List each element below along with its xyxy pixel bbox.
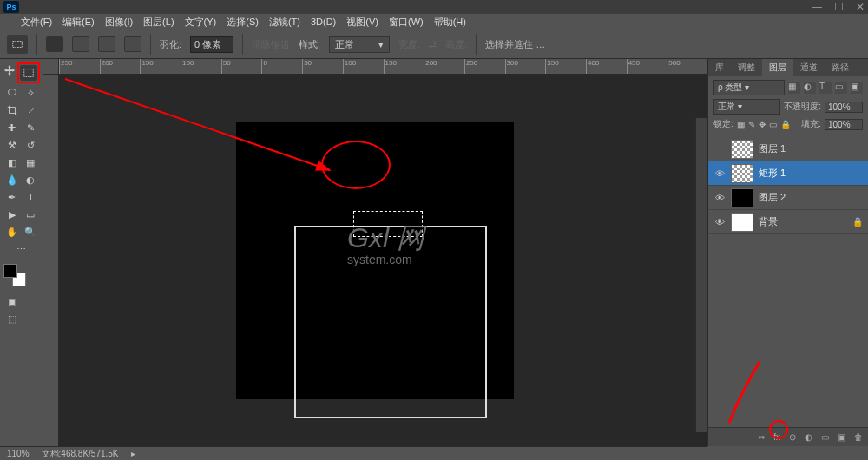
layer-name[interactable]: 背景 bbox=[759, 215, 778, 228]
lock-position-icon[interactable]: ✥ bbox=[759, 120, 766, 129]
adjustment-layer-icon[interactable]: ◐ bbox=[805, 432, 812, 442]
selection-intersect-icon[interactable] bbox=[124, 36, 141, 52]
layer-thumb[interactable] bbox=[731, 140, 753, 159]
blend-mode-select[interactable]: 正常 ▾ bbox=[713, 99, 780, 115]
eraser-tool[interactable]: ◧ bbox=[3, 154, 21, 170]
lasso-tool[interactable] bbox=[3, 85, 21, 101]
layer-row[interactable]: 图层 1 bbox=[708, 137, 868, 161]
filter-type-icon[interactable]: T bbox=[819, 82, 832, 94]
visibility-toggle[interactable]: 👁 bbox=[713, 168, 726, 180]
quickmask-tool[interactable]: ▣ bbox=[3, 293, 21, 309]
delete-layer-icon[interactable]: 🗑 bbox=[854, 432, 863, 442]
tab-library[interactable]: 库 bbox=[708, 59, 731, 76]
layer-name[interactable]: 矩形 1 bbox=[759, 167, 786, 180]
visibility-toggle[interactable]: 👁 bbox=[713, 216, 726, 228]
canvas-document[interactable] bbox=[236, 122, 514, 399]
path-select-tool[interactable]: ▶ bbox=[3, 207, 21, 222]
menu-filter[interactable]: 滤镜(T) bbox=[269, 16, 300, 29]
feather-input[interactable]: 0 像素 bbox=[190, 36, 233, 53]
layer-thumb[interactable] bbox=[731, 188, 753, 207]
hand-tool[interactable]: ✋ bbox=[3, 224, 21, 240]
menu-select[interactable]: 选择(S) bbox=[227, 16, 259, 29]
layer-fx-icon[interactable]: fx bbox=[773, 432, 780, 442]
move-tool[interactable] bbox=[3, 62, 16, 78]
minimize-button[interactable]: — bbox=[812, 1, 822, 13]
selection-subtract-icon[interactable] bbox=[98, 36, 115, 52]
filter-adjust-icon[interactable]: ◐ bbox=[804, 82, 816, 94]
zoom-tool[interactable]: 🔍 bbox=[23, 224, 40, 240]
healing-brush-tool[interactable]: ✚ bbox=[3, 120, 21, 135]
history-brush-tool[interactable]: ↺ bbox=[23, 137, 40, 153]
menu-type[interactable]: 文字(Y) bbox=[185, 16, 217, 29]
menu-3d[interactable]: 3D(D) bbox=[311, 16, 336, 27]
tab-channels[interactable]: 通道 bbox=[793, 59, 825, 76]
visibility-toggle[interactable] bbox=[713, 143, 726, 155]
pen-tool[interactable]: ✒ bbox=[3, 189, 21, 205]
layer-row[interactable]: 👁 矩形 1 bbox=[708, 161, 868, 186]
ruler-origin[interactable] bbox=[43, 59, 59, 75]
layer-group-icon[interactable]: ▭ bbox=[821, 432, 829, 442]
shape-tool[interactable]: ▭ bbox=[23, 207, 40, 222]
menu-file[interactable]: 文件(F) bbox=[21, 16, 52, 29]
ruler-horizontal[interactable]: 250 200 150 100 50 0 50 100 150 200 250 … bbox=[59, 59, 707, 75]
status-chevron-icon[interactable]: ▸ bbox=[131, 449, 135, 458]
crop-tool[interactable] bbox=[3, 102, 21, 118]
magic-wand-tool[interactable]: ✧ bbox=[23, 85, 40, 101]
opacity-input[interactable]: 100% bbox=[825, 102, 863, 113]
lock-icon: 🔒 bbox=[852, 217, 863, 227]
tab-paths[interactable]: 路径 bbox=[825, 59, 856, 76]
lock-artboard-icon[interactable]: ▭ bbox=[769, 120, 777, 129]
new-layer-icon[interactable]: ▣ bbox=[838, 432, 845, 442]
close-button[interactable]: ✕ bbox=[856, 1, 865, 13]
link-layers-icon[interactable]: ⇔ bbox=[758, 432, 765, 442]
zoom-level[interactable]: 110% bbox=[7, 449, 30, 458]
layer-name[interactable]: 图层 2 bbox=[759, 191, 786, 204]
foreground-color[interactable] bbox=[3, 264, 17, 278]
tab-layers[interactable]: 图层 bbox=[762, 59, 793, 76]
lock-transparency-icon[interactable]: ▦ bbox=[737, 120, 745, 129]
tool-preset-icon[interactable] bbox=[7, 35, 28, 54]
layer-row[interactable]: 👁 图层 2 bbox=[708, 186, 868, 210]
menu-image[interactable]: 图像(I) bbox=[105, 16, 133, 29]
filter-shape-icon[interactable]: ▭ bbox=[835, 82, 847, 94]
fill-input[interactable]: 100% bbox=[825, 119, 863, 130]
ruler-vertical[interactable] bbox=[43, 75, 59, 446]
menu-help[interactable]: 帮助(H) bbox=[434, 16, 466, 29]
dodge-tool[interactable]: ◐ bbox=[23, 172, 40, 187]
layer-thumb[interactable] bbox=[731, 164, 753, 183]
layer-row[interactable]: 👁 背景 🔒 bbox=[708, 210, 868, 234]
lock-all-icon[interactable]: 🔒 bbox=[780, 120, 791, 129]
marquee-tool[interactable] bbox=[20, 65, 37, 81]
layers-footer: ⇔ fx ⊙ ◐ ▭ ▣ 🗑 bbox=[708, 427, 868, 446]
brush-tool[interactable]: ✎ bbox=[23, 120, 40, 135]
canvas-area[interactable]: 250 200 150 100 50 0 50 100 150 200 250 … bbox=[43, 59, 707, 446]
lock-pixels-icon[interactable]: ✎ bbox=[748, 120, 755, 129]
refine-edge-button[interactable]: 选择并遮住 … bbox=[485, 38, 545, 51]
type-tool[interactable]: T bbox=[23, 189, 40, 205]
collapsed-panel-strip[interactable] bbox=[695, 118, 707, 432]
menu-edit[interactable]: 编辑(E) bbox=[62, 16, 95, 29]
screenmode-tool[interactable]: ⬚ bbox=[3, 311, 21, 326]
visibility-toggle[interactable]: 👁 bbox=[713, 192, 726, 204]
selection-add-icon[interactable] bbox=[72, 36, 89, 52]
gradient-tool[interactable]: ▦ bbox=[23, 154, 40, 170]
layer-name[interactable]: 图层 1 bbox=[759, 142, 786, 155]
layer-filter-select[interactable]: ρ 类型 ▾ bbox=[713, 80, 785, 95]
blur-tool[interactable]: 💧 bbox=[3, 172, 21, 187]
clone-stamp-tool[interactable]: ⚒ bbox=[3, 137, 21, 153]
eyedropper-tool[interactable]: ⟋ bbox=[23, 102, 40, 118]
layer-thumb[interactable] bbox=[731, 213, 753, 232]
menu-layer[interactable]: 图层(L) bbox=[143, 16, 174, 29]
selection-new-icon[interactable] bbox=[46, 36, 63, 52]
filter-smart-icon[interactable]: ▣ bbox=[851, 82, 863, 94]
layer-mask-icon[interactable]: ⊙ bbox=[789, 432, 796, 442]
edit-toolbar-icon[interactable]: ⋯ bbox=[3, 241, 39, 257]
filter-pixel-icon[interactable]: ▦ bbox=[788, 82, 800, 94]
style-select[interactable]: 正常▾ bbox=[329, 36, 390, 53]
menu-window[interactable]: 窗口(W) bbox=[389, 16, 424, 29]
menu-view[interactable]: 视图(V) bbox=[346, 16, 378, 29]
maximize-button[interactable]: ☐ bbox=[834, 1, 844, 13]
tab-adjustments[interactable]: 调整 bbox=[731, 59, 762, 76]
color-swatches[interactable] bbox=[3, 264, 26, 286]
document-size[interactable]: 文档:468.8K/571.5K bbox=[42, 448, 119, 460]
